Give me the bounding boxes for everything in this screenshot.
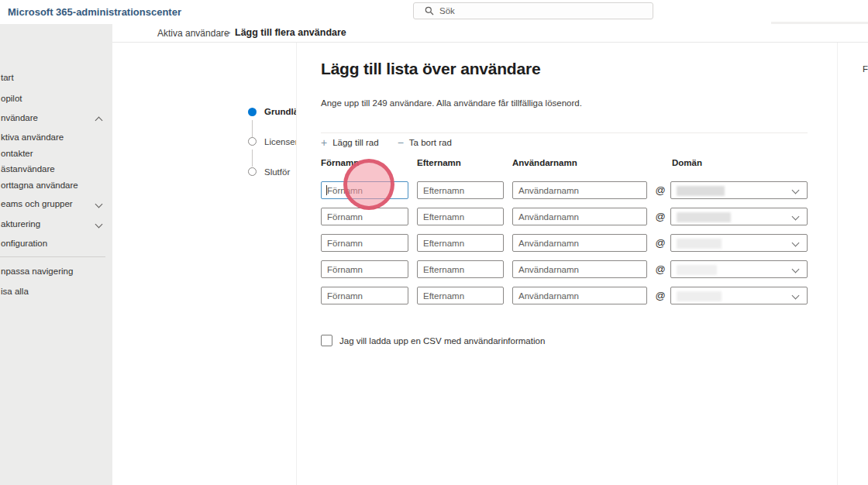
plus-icon: +	[321, 137, 327, 148]
username-input[interactable]	[512, 234, 647, 252]
domain-redacted-value	[677, 186, 725, 196]
first-name-cell	[321, 181, 408, 199]
right-rail-partial-text: Fä	[863, 64, 868, 74]
search-icon	[425, 6, 434, 15]
sidebar-item[interactable]: eams och grupper	[1, 199, 112, 213]
user-rows: @ @ @	[297, 181, 838, 313]
step-indicator-icon	[248, 167, 257, 176]
last-name-input[interactable]	[417, 260, 504, 278]
last-name-cell	[417, 181, 504, 199]
username-input[interactable]	[512, 208, 647, 225]
chevron-up-icon	[95, 117, 103, 125]
first-name-cell	[321, 287, 408, 304]
wizard-steps: Grundläggande information Licenser Slutf…	[112, 43, 296, 485]
last-name-cell	[417, 208, 504, 225]
main-panel: Lägg till lista över användare Ange upp …	[296, 43, 837, 485]
divider	[321, 132, 808, 133]
first-name-input[interactable]	[321, 287, 408, 304]
row-toolbar: + Lägg till rad − Ta bort rad	[321, 136, 470, 149]
csv-checkbox[interactable]	[321, 335, 332, 346]
remove-row-label: Ta bort rad	[409, 138, 452, 147]
domain-dropdown[interactable]	[670, 287, 808, 304]
sidebar-item[interactable]: ästanvändare	[1, 164, 112, 178]
table-row: @	[297, 181, 838, 199]
sidebar-item[interactable]: ontakter	[1, 149, 112, 163]
sidebar-item[interactable]: nvändare	[1, 113, 112, 127]
breadcrumb-parent-link[interactable]: Aktiva användare	[157, 28, 229, 39]
step-indicator-active-icon	[248, 108, 257, 116]
username-cell	[512, 287, 647, 304]
sidebar-item[interactable]: isa alla	[1, 287, 112, 301]
domain-redacted-value	[677, 265, 717, 275]
first-name-input[interactable]	[321, 208, 408, 225]
first-name-input[interactable]	[321, 260, 408, 278]
wizard-step-licenses[interactable]: Licenser	[264, 137, 298, 146]
remove-row-button[interactable]: − Ta bort rad	[398, 137, 452, 148]
breadcrumb: Aktiva användare > Lägg till flera använ…	[112, 24, 868, 43]
csv-upload-option[interactable]: Jag vill ladda upp en CSV med användarin…	[321, 335, 545, 346]
breadcrumb-separator: >	[226, 28, 230, 37]
step-indicator-icon	[248, 137, 257, 146]
domain-dropdown[interactable]	[670, 208, 808, 225]
domain-dropdown[interactable]	[670, 181, 808, 199]
domain-redacted-value	[677, 239, 722, 249]
sidebar-item[interactable]: opilot	[1, 94, 112, 108]
text-caret	[326, 185, 327, 195]
at-symbol: @	[654, 184, 666, 196]
at-symbol: @	[654, 290, 666, 301]
csv-checkbox-label: Jag vill ladda upp en CSV med användarin…	[339, 336, 545, 346]
minus-icon: −	[398, 137, 404, 148]
sidebar-item[interactable]: onfiguration	[1, 239, 112, 253]
table-row: @	[297, 260, 838, 278]
username-input[interactable]	[512, 260, 647, 278]
last-name-input[interactable]	[417, 208, 504, 225]
first-name-input[interactable]	[321, 181, 408, 199]
username-cell	[512, 208, 647, 225]
sidebar-item[interactable]: ktiva användare	[1, 132, 112, 146]
column-header-username: Användarnamn	[512, 158, 577, 167]
username-input[interactable]	[512, 287, 647, 304]
chevron-down-icon	[792, 292, 800, 300]
page-title: Lägg till lista över användare	[321, 60, 540, 78]
at-symbol: @	[654, 237, 666, 249]
add-row-button[interactable]: + Lägg till rad	[321, 137, 379, 148]
top-bar: Microsoft 365-administrationscenter	[0, 0, 868, 24]
table-row: @	[297, 287, 838, 304]
add-row-label: Lägg till rad	[332, 138, 378, 147]
username-cell	[512, 181, 647, 199]
at-symbol: @	[654, 263, 666, 275]
domain-dropdown[interactable]	[670, 234, 808, 252]
search-input[interactable]	[439, 6, 633, 15]
step-connector	[252, 120, 253, 137]
page-description: Ange upp till 249 användare. Alla använd…	[321, 98, 582, 108]
first-name-cell	[321, 208, 408, 225]
username-cell	[512, 234, 647, 252]
chevron-down-icon	[95, 201, 103, 208]
sidebar-nav: tartopilotnvändarektiva användareontakte…	[0, 24, 112, 485]
column-header-first-name: Förnamn	[321, 158, 359, 167]
sidebar-item[interactable]: akturering	[1, 219, 112, 233]
right-rail: Fä	[837, 43, 868, 485]
username-cell	[512, 260, 647, 278]
sidebar-item[interactable]: tart	[1, 73, 112, 87]
m365-admin-center-window: Microsoft 365-administrationscenter tart…	[0, 0, 868, 485]
username-input[interactable]	[512, 181, 647, 199]
sidebar-item[interactable]: orttagna användare	[1, 181, 112, 194]
wizard-step-finish[interactable]: Slutför	[264, 167, 290, 177]
last-name-input[interactable]	[417, 287, 504, 304]
last-name-input[interactable]	[417, 181, 504, 199]
domain-dropdown[interactable]	[670, 260, 808, 278]
first-name-input[interactable]	[321, 234, 408, 252]
table-row: @	[297, 208, 838, 225]
at-symbol: @	[654, 211, 666, 222]
first-name-cell	[321, 260, 408, 278]
last-name-input[interactable]	[417, 234, 504, 252]
column-header-domain: Domän	[672, 158, 702, 167]
chevron-down-icon	[792, 187, 800, 194]
first-name-cell	[321, 234, 408, 252]
search-box[interactable]	[413, 2, 653, 19]
last-name-cell	[417, 260, 504, 278]
sidebar-item[interactable]: npassa navigering	[1, 267, 112, 280]
chevron-down-icon	[792, 213, 800, 221]
last-name-cell	[417, 234, 504, 252]
